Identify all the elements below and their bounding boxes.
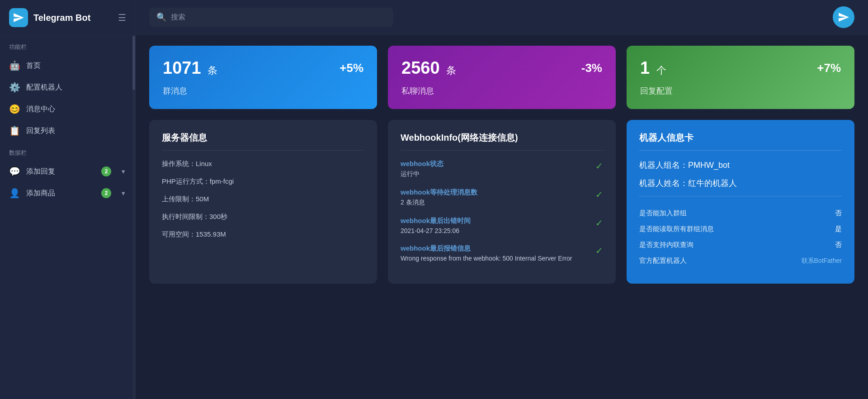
robot-info-title: 机器人信息卡 [639, 132, 842, 151]
webhook-item-2: webhook最后出错时间 2021-04-27 23:25:06 ✓ [401, 217, 603, 234]
stat-change-group: +5% [340, 61, 363, 75]
stat-change-private: -3% [581, 61, 602, 75]
main-content: 🔍 1071 条 +5% 群消息 [136, 0, 868, 399]
section-label-features: 功能栏 [0, 36, 135, 55]
sidebar-header: Telegram Bot ☰ [0, 0, 135, 36]
stat-number-group: 1071 条 [163, 58, 217, 78]
botfather-link[interactable]: 联系BotFather [802, 257, 842, 265]
stat-card-reply-config: 1 个 +7% 回复配置 [627, 46, 854, 109]
robot-name: 机器人姓名：红牛的机器人 [639, 178, 842, 196]
config-icon: ⚙️ [9, 82, 20, 93]
stat-top-reply: 1 个 +7% [640, 58, 841, 78]
stats-row: 1071 条 +5% 群消息 2560 条 -3% 私聊消息 [149, 46, 854, 109]
search-box: 🔍 [149, 8, 393, 27]
server-info-panel: 服务器信息 操作系统：Linux PHP运行方式：fpm-fcgi 上传限制：5… [149, 120, 377, 284]
sidebar: Telegram Bot ☰ 功能栏 🤖 首页 ⚙️ 配置机器人 😊 消息中心 … [0, 0, 136, 399]
panels-row: 服务器信息 操作系统：Linux PHP运行方式：fpm-fcgi 上传限制：5… [149, 120, 854, 284]
webhook-value-1: 2 条消息 [401, 199, 477, 207]
sidebar-scroll: 功能栏 🤖 首页 ⚙️ 配置机器人 😊 消息中心 📋 回复列表 数据栏 💬 添加… [0, 36, 135, 399]
server-space-label: 可用空间：1535.93M [162, 230, 226, 238]
robot-info-row-0: 是否能加入群组 否 [639, 205, 842, 221]
stat-top-group: 1071 条 +5% [163, 58, 363, 78]
topbar-right [833, 6, 854, 28]
messages-icon: 😊 [9, 104, 20, 114]
search-input[interactable] [171, 13, 386, 21]
content-area: 1071 条 +5% 群消息 2560 条 -3% 私聊消息 [136, 35, 868, 399]
robot-info-row-3: 官方配置机器人 联系BotFather [639, 253, 842, 269]
webhook-check-3: ✓ [595, 245, 603, 256]
reply-list-icon: 📋 [9, 125, 20, 136]
webhook-value-3: Wrong response from the webhook: 500 Int… [401, 255, 595, 262]
sidebar-item-add-reply[interactable]: 💬 添加回复 2 ▼ [0, 161, 135, 182]
sidebar-item-home-label: 首页 [26, 61, 41, 71]
webhook-label-0: webhook状态 [401, 160, 443, 168]
robot-info-panel: 机器人信息卡 机器人组名：PMHW_bot 机器人姓名：红牛的机器人 是否能加入… [627, 120, 854, 284]
add-product-icon: 👤 [9, 188, 20, 199]
webhook-check-1: ✓ [595, 189, 603, 200]
server-upload-label: 上传限制：50M [162, 195, 209, 203]
server-info-php: PHP运行方式：fpm-fcgi [162, 177, 364, 186]
stat-label-reply: 回复配置 [640, 86, 841, 96]
add-reply-icon: 💬 [9, 166, 20, 177]
stat-label-group: 群消息 [163, 86, 363, 96]
server-info-upload: 上传限制：50M [162, 195, 364, 204]
robot-group-name: 机器人组名：PMHW_bot [639, 160, 842, 171]
sidebar-item-add-reply-label: 添加回复 [26, 167, 55, 176]
server-info-os: 操作系统：Linux [162, 160, 364, 168]
home-icon: 🤖 [9, 60, 20, 71]
webhook-info-panel: WebhookInfo(网络连接信息) webhook状态 运行中 ✓ webh… [388, 120, 616, 284]
scrollbar-track[interactable] [132, 36, 135, 399]
scrollbar-thumb[interactable] [132, 36, 135, 90]
section-label-data: 数据栏 [0, 142, 135, 161]
sidebar-title: Telegram Bot [33, 13, 90, 23]
robot-info-row-2: 是否支持内联查询 否 [639, 237, 842, 253]
webhook-check-2: ✓ [595, 218, 603, 228]
sidebar-item-messages-label: 消息中心 [26, 104, 55, 114]
robot-info-row-1: 是否能读取所有群组消息 是 [639, 221, 842, 237]
webhook-value-2: 2021-04-27 23:25:06 [401, 227, 471, 234]
menu-icon[interactable]: ☰ [118, 13, 126, 22]
webhook-check-0: ✓ [595, 161, 603, 171]
stat-top-private: 2560 条 -3% [401, 58, 602, 78]
stat-card-group-messages: 1071 条 +5% 群消息 [149, 46, 377, 109]
webhook-info-title: WebhookInfo(网络连接信息) [401, 132, 603, 151]
add-product-badge: 2 [101, 188, 111, 198]
stat-number-private: 2560 条 [401, 58, 456, 78]
webhook-label-1: webhook等待处理消息数 [401, 188, 477, 197]
topbar-telegram-button[interactable] [833, 6, 854, 28]
add-product-chevron[interactable]: ▼ [120, 190, 126, 197]
server-info-title: 服务器信息 [162, 132, 364, 151]
sidebar-item-reply-list-label: 回复列表 [26, 126, 55, 136]
search-icon: 🔍 [156, 12, 166, 22]
stat-label-private: 私聊消息 [401, 86, 602, 96]
server-os-label: 操作系统：Linux [162, 160, 212, 167]
sidebar-item-messages[interactable]: 😊 消息中心 [0, 98, 135, 120]
webhook-label-2: webhook最后出错时间 [401, 217, 471, 225]
stat-number-reply: 1 个 [640, 58, 666, 78]
sidebar-item-reply-list[interactable]: 📋 回复列表 [0, 120, 135, 142]
server-info-timeout: 执行时间限制：300秒 [162, 213, 364, 221]
add-reply-badge: 2 [101, 166, 111, 176]
server-timeout-label: 执行时间限制：300秒 [162, 213, 227, 220]
webhook-label-3: webhook最后报错信息 [401, 244, 595, 253]
webhook-item-0: webhook状态 运行中 ✓ [401, 160, 603, 178]
telegram-logo-icon [9, 8, 28, 27]
sidebar-item-config-label: 配置机器人 [26, 83, 62, 92]
server-php-label: PHP运行方式：fpm-fcgi [162, 177, 234, 185]
sidebar-item-add-product[interactable]: 👤 添加商品 2 ▼ [0, 182, 135, 204]
server-info-space: 可用空间：1535.93M [162, 230, 364, 239]
sidebar-item-config[interactable]: ⚙️ 配置机器人 [0, 76, 135, 98]
sidebar-item-add-product-label: 添加商品 [26, 189, 55, 198]
webhook-value-0: 运行中 [401, 170, 443, 178]
webhook-item-1: webhook等待处理消息数 2 条消息 ✓ [401, 188, 603, 207]
topbar: 🔍 [136, 0, 868, 35]
stat-card-private-messages: 2560 条 -3% 私聊消息 [388, 46, 616, 109]
sidebar-item-home[interactable]: 🤖 首页 [0, 55, 135, 76]
sidebar-logo: Telegram Bot [9, 8, 90, 27]
webhook-item-3: webhook最后报错信息 Wrong response from the we… [401, 244, 603, 262]
add-reply-chevron[interactable]: ▼ [120, 168, 126, 175]
stat-change-reply: +7% [817, 61, 841, 75]
